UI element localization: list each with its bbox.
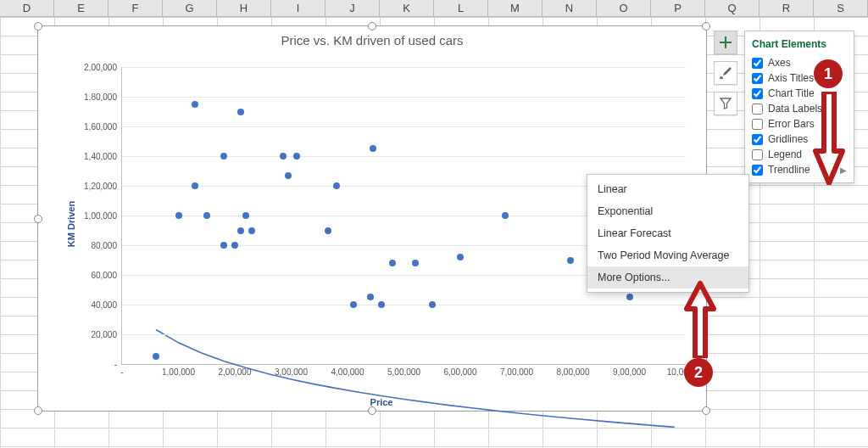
y-axis-title[interactable]: KM Driven: [66, 200, 76, 246]
col-header[interactable]: P: [651, 0, 705, 16]
col-header[interactable]: N: [542, 0, 597, 16]
y-tick-label: 20,000: [91, 330, 122, 339]
col-header[interactable]: R: [760, 0, 814, 16]
chart-elements-button[interactable]: [714, 31, 737, 54]
menu-item[interactable]: Linear Forecast: [587, 222, 748, 244]
data-point[interactable]: [367, 294, 374, 300]
chart-element-label: Gridlines: [768, 133, 808, 145]
chart-element-label: Legend: [768, 148, 802, 160]
y-tick-label: 1,80,000: [84, 92, 122, 102]
data-point[interactable]: [626, 294, 633, 300]
gridline: [122, 156, 686, 157]
data-point[interactable]: [285, 172, 292, 179]
menu-item[interactable]: More Options...: [587, 266, 748, 288]
chart-mini-toolbar: [714, 31, 737, 115]
resize-handle[interactable]: [368, 22, 376, 31]
brush-icon: [719, 66, 732, 80]
x-tick-label: 8,00,000: [557, 364, 590, 377]
y-tick-label: 2,00,000: [84, 63, 122, 72]
col-header[interactable]: D: [0, 0, 54, 16]
menu-item[interactable]: Exponential: [587, 200, 748, 222]
x-tick-label: 6,00,000: [444, 364, 477, 377]
resize-handle[interactable]: [34, 406, 42, 415]
checkbox[interactable]: [752, 165, 763, 176]
data-point[interactable]: [237, 227, 244, 234]
data-point[interactable]: [325, 227, 331, 234]
data-point[interactable]: [203, 212, 210, 219]
trendline-submenu: LinearExponentialLinear ForecastTwo Peri…: [587, 174, 749, 293]
chart-element-label: Axis Titles: [768, 72, 814, 84]
col-header[interactable]: G: [163, 0, 217, 16]
menu-item[interactable]: Linear: [587, 178, 748, 200]
checkbox[interactable]: [752, 104, 763, 115]
data-point[interactable]: [248, 227, 255, 234]
checkbox[interactable]: [752, 119, 763, 130]
y-tick-label: 1,60,000: [84, 122, 122, 132]
chart-element-label: Chart Title: [768, 87, 815, 99]
y-tick-label: 60,000: [91, 271, 122, 280]
data-point[interactable]: [350, 301, 357, 308]
data-point[interactable]: [457, 254, 464, 260]
col-header[interactable]: L: [434, 0, 488, 16]
data-point[interactable]: [567, 257, 574, 264]
resize-handle[interactable]: [34, 22, 42, 31]
data-point[interactable]: [333, 182, 340, 189]
resize-handle[interactable]: [702, 406, 710, 415]
y-tick-label: 1,40,000: [84, 152, 122, 161]
data-point[interactable]: [237, 109, 244, 115]
callout-badge-2: 2: [684, 358, 713, 387]
data-point[interactable]: [220, 242, 227, 249]
chart-styles-button[interactable]: [714, 61, 737, 85]
col-header[interactable]: Q: [705, 0, 760, 16]
x-tick-label: 5,00,000: [387, 364, 420, 377]
chart-element-label: Error Bars: [768, 118, 815, 130]
flyout-header: Chart Elements: [747, 36, 852, 55]
checkbox[interactable]: [752, 58, 763, 69]
checkbox[interactable]: [752, 88, 763, 99]
data-point[interactable]: [412, 260, 419, 266]
gridline: [122, 97, 686, 98]
gridline: [122, 126, 686, 127]
y-tick-label: 40,000: [91, 300, 122, 310]
x-tick-label: 7,00,000: [500, 364, 533, 377]
menu-item[interactable]: Two Period Moving Average: [587, 244, 748, 266]
x-tick-label: 9,00,000: [613, 364, 646, 377]
chart-element-label: Trendline: [768, 164, 810, 176]
checkbox[interactable]: [752, 149, 763, 160]
checkbox[interactable]: [752, 73, 763, 84]
arrow-up-icon: [683, 280, 717, 358]
col-header[interactable]: O: [597, 0, 651, 16]
funnel-icon: [719, 97, 732, 110]
y-tick-label: 1,20,000: [84, 182, 122, 191]
resize-handle[interactable]: [34, 215, 42, 223]
col-header[interactable]: H: [217, 0, 271, 16]
x-tick-label: 1,00,000: [162, 364, 195, 377]
data-point[interactable]: [231, 242, 238, 249]
y-tick-label: 1,00,000: [84, 211, 122, 221]
arrow-down-icon: [812, 92, 846, 185]
x-tick-label: 2,00,000: [219, 364, 252, 377]
y-tick-label: 80,000: [91, 241, 122, 250]
data-point[interactable]: [280, 153, 287, 160]
x-tick-label: 3,00,000: [275, 364, 308, 377]
gridline: [122, 67, 686, 68]
data-point[interactable]: [175, 212, 182, 219]
gridline: [122, 305, 686, 305]
col-header[interactable]: E: [54, 0, 108, 16]
col-header[interactable]: J: [326, 0, 380, 16]
plus-icon: [719, 36, 732, 49]
resize-handle[interactable]: [702, 22, 710, 31]
data-point[interactable]: [378, 301, 385, 308]
col-header[interactable]: S: [814, 0, 868, 16]
data-point[interactable]: [220, 153, 227, 160]
col-header[interactable]: M: [488, 0, 542, 16]
callout-badge-1: 1: [814, 59, 843, 88]
checkbox[interactable]: [752, 134, 763, 145]
col-header[interactable]: F: [108, 0, 163, 16]
x-tick-label: -: [120, 364, 123, 377]
chart-filters-button[interactable]: [714, 92, 737, 115]
col-header[interactable]: I: [271, 0, 326, 16]
x-tick-label: 4,00,000: [331, 364, 364, 377]
data-point[interactable]: [429, 301, 436, 308]
col-header[interactable]: K: [380, 0, 434, 16]
